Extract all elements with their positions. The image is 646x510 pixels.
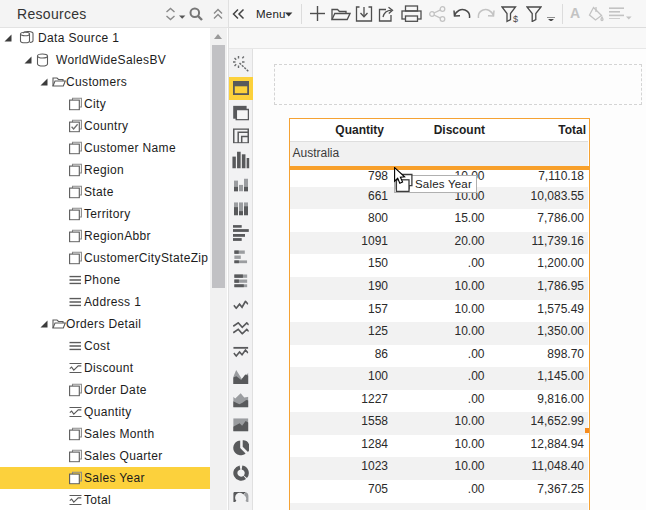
svg-text:$: $ [513,14,518,23]
